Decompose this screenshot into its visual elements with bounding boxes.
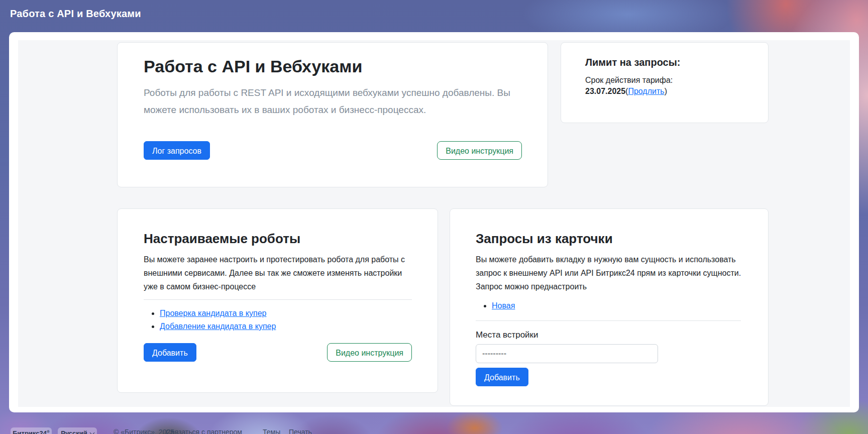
print-link[interactable]: Печать: [289, 428, 312, 434]
hero-description: Роботы для работы с REST API и исходящим…: [144, 84, 521, 119]
bullet-icon: [484, 305, 486, 307]
extend-tariff-link[interactable]: Продлить: [628, 87, 664, 95]
requests-add-button[interactable]: Добавить: [476, 368, 528, 386]
list-item: Новая: [476, 299, 741, 312]
contact-partner-link[interactable]: Связаться с партнером: [166, 428, 242, 434]
robot-link-add-candidate[interactable]: Добавление кандидата в купер: [160, 322, 276, 331]
bullet-icon: [152, 325, 154, 328]
hero-button-row: Лог запросов Видео инструкция: [144, 141, 522, 160]
bitrix24-brand-label: Битрикс24: [13, 429, 47, 434]
list-item: Проверка кандидата в купер: [144, 307, 412, 320]
requests-description-line: Вы можете добавить вкладку в нужную вам …: [476, 253, 741, 266]
embed-places-label: Места встройки: [476, 330, 741, 340]
tariff-label: Срок действия тарифа:: [585, 75, 753, 86]
hero-card: Работа с API и Вебхуками Роботы для рабо…: [117, 42, 548, 187]
robots-divider: [144, 299, 412, 300]
bullet-icon: [152, 312, 154, 315]
requests-description-line: Запрос можно преднастроить: [476, 280, 741, 293]
robots-card: Настраиваемые роботы Вы можете заранее н…: [117, 208, 438, 393]
requests-card-title: Запросы из карточки: [476, 231, 741, 247]
bitrix24-brand-button[interactable]: Битрикс24®: [11, 427, 52, 434]
video-instruction-button[interactable]: Видео инструкция: [327, 343, 412, 362]
list-item: Добавление кандидата в купер: [144, 320, 412, 333]
hero-description-line: Роботы для работы с REST API и исходящим…: [144, 84, 521, 101]
requests-description-line: запрос к внешнему API или API Битрикс24 …: [476, 266, 741, 280]
robots-card-title: Настраиваемые роботы: [144, 231, 412, 247]
hero-title: Работа с API и Вебхуками: [144, 57, 521, 76]
limit-card: Лимит на запросы: Срок действия тарифа: …: [561, 42, 769, 123]
page-title: Работа с API и Вебхуками: [10, 8, 141, 20]
video-instruction-button[interactable]: Видео инструкция: [437, 141, 522, 160]
embed-places-select-value: ---------: [482, 349, 506, 358]
hero-description-line: можете использовать их в ваших роботах и…: [144, 101, 521, 119]
robots-description: Вы можете заранее настроить и протестиро…: [144, 253, 412, 293]
tariff-expiry-date: 23.07.2025: [585, 87, 625, 95]
robots-description-line: уже в самом бизнес-процессе: [144, 280, 412, 293]
registered-mark: ®: [47, 429, 50, 434]
paren-close: ): [665, 87, 667, 95]
limit-card-title: Лимит на запросы:: [585, 57, 753, 68]
request-link-new[interactable]: Новая: [492, 301, 515, 310]
robots-link-list: Проверка кандидата в купер Добавление ка…: [144, 307, 412, 333]
robots-button-row: Добавить Видео инструкция: [144, 343, 412, 362]
language-selector[interactable]: Русский: [58, 427, 97, 434]
requests-description: Вы можете добавить вкладку в нужную вам …: [476, 253, 741, 293]
requests-link-list: Новая: [476, 299, 741, 312]
robot-link-check-candidate[interactable]: Проверка кандидата в купер: [160, 309, 266, 318]
request-log-button[interactable]: Лог запросов: [144, 141, 210, 160]
robots-description-line: Вы можете заранее настроить и протестиро…: [144, 253, 412, 266]
requests-divider: [476, 320, 741, 321]
embed-places-select[interactable]: ---------: [476, 344, 658, 363]
requests-card: Запросы из карточки Вы можете добавить в…: [450, 208, 769, 406]
themes-link[interactable]: Темы: [263, 428, 280, 434]
language-label: Русский: [61, 429, 87, 434]
robots-description-line: внешними сервисами. Далее вы так же смож…: [144, 266, 412, 280]
chevron-down-icon: [89, 430, 94, 434]
robots-add-button[interactable]: Добавить: [144, 343, 196, 362]
copyright-text: © «Битрикс», 2025: [114, 428, 174, 434]
